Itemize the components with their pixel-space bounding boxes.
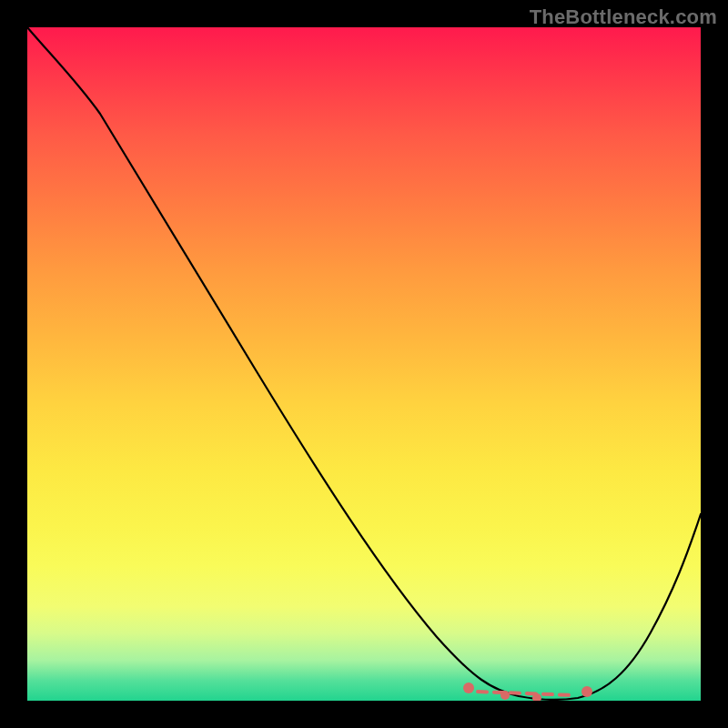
curve-svg xyxy=(27,27,701,701)
marker-dot xyxy=(581,686,592,697)
chart-container: TheBottleneck.com xyxy=(0,0,728,728)
watermark-text: TheBottleneck.com xyxy=(530,5,717,29)
marker-dot xyxy=(500,691,510,700)
plot-area xyxy=(27,27,701,701)
bottleneck-curve xyxy=(27,27,701,700)
marker-dot xyxy=(463,682,474,693)
marker-dash-line xyxy=(478,692,573,695)
